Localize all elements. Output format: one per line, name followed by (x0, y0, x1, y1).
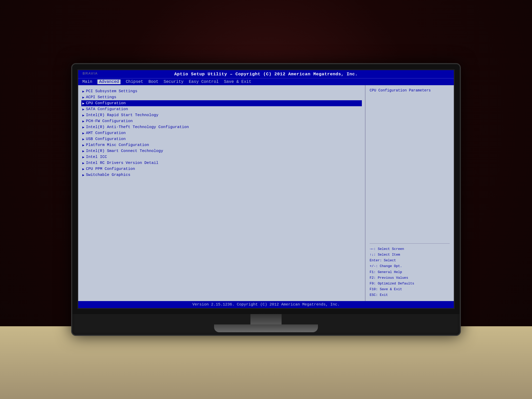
nav-boot[interactable]: Boot (148, 79, 158, 84)
nav-chipset[interactable]: Chipset (126, 79, 143, 84)
arrow-amt: ▶ (82, 131, 84, 135)
menu-item-usb[interactable]: ▶ USB Configuration (82, 136, 361, 142)
bios-left-panel: ▶ PCI Subsystem Settings ▶ ACPI Settings… (78, 85, 365, 301)
menu-item-rc-drivers[interactable]: ▶ Intel RC Drivers Version Detail (82, 160, 361, 166)
key-f10-save: F10: Save & Exit (370, 287, 450, 292)
key-esc-exit: ESC: Exit (370, 292, 450, 298)
arrow-ppm: ▶ (82, 167, 84, 171)
bios-body: ▶ PCI Subsystem Settings ▶ ACPI Settings… (78, 85, 454, 301)
arrow-rapid: ▶ (82, 113, 84, 117)
menu-item-platform[interactable]: ▶ Platform Misc Configuration (82, 142, 361, 148)
menu-item-pci[interactable]: ▶ PCI Subsystem Settings (82, 88, 361, 94)
menu-item-ppm[interactable]: ▶ CPU PPM Configuration (82, 166, 361, 172)
key-select-screen: →←: Select Screen (370, 246, 450, 252)
key-f1-help: F1: General Help (370, 269, 450, 275)
monitor-stand-neck (250, 314, 282, 324)
bios-footer-bar: Version 2.15.1236. Copyright (C) 2012 Am… (78, 301, 454, 308)
key-select-item: ↑↓: Select Item (370, 252, 450, 258)
arrow-rc: ▶ (82, 161, 84, 165)
key-change-opt: +/-: Change Opt. (370, 263, 450, 269)
nav-security[interactable]: Security (164, 79, 184, 84)
menu-item-pch-fw[interactable]: ▶ PCH-FW Configuration (82, 118, 361, 124)
bios-right-panel: CPU Configuration Parameters →←: Select … (365, 85, 454, 301)
monitor-bezel: Aptio Setup Utility – Copyright (C) 2012… (72, 64, 460, 314)
nav-easy-control[interactable]: Easy Control (189, 79, 219, 84)
arrow-sata: ▶ (82, 107, 84, 111)
arrow-usb: ▶ (82, 137, 84, 141)
right-description-text: CPU Configuration Parameters (370, 88, 450, 241)
arrow-acpi: ▶ (82, 95, 84, 99)
desk-surface (0, 326, 532, 399)
menu-item-sata[interactable]: ▶ SATA Configuration (82, 106, 361, 112)
bios-screen: Aptio Setup Utility – Copyright (C) 2012… (77, 69, 455, 309)
bios-nav-bar: Main Advanced Chipset Boot Security Easy… (78, 78, 454, 85)
monitor-brand-label: BRAVIA (83, 71, 98, 75)
arrow-cpu: ▶ (82, 101, 84, 105)
menu-item-smart-connect[interactable]: ▶ Intel(R) Smart Connect Technology (82, 148, 361, 154)
nav-save-exit[interactable]: Save & Exit (224, 79, 251, 84)
arrow-platform: ▶ (82, 143, 84, 147)
menu-item-switchable[interactable]: ▶ Switchable Graphics (82, 172, 361, 178)
monitor-stand-base (214, 324, 318, 332)
key-f9-opt: F9: Optimized Defaults (370, 281, 450, 287)
key-enter-select: Enter: Select (370, 258, 450, 263)
monitor: BRAVIA Aptio Setup Utility – Copyright (… (71, 63, 461, 336)
menu-item-acpi[interactable]: ▶ ACPI Settings (82, 94, 361, 100)
right-divider (370, 243, 450, 244)
nav-advanced[interactable]: Advanced (97, 79, 121, 84)
menu-item-anti-theft[interactable]: ▶ Intel(R) Anti-Theft Technology Configu… (82, 124, 361, 130)
bios-title-text: Aptio Setup Utility – Copyright (C) 2012… (174, 72, 358, 77)
menu-item-icc[interactable]: ▶ Intel ICC (82, 154, 361, 160)
key-help-section: →←: Select Screen ↑↓: Select Item Enter:… (370, 246, 450, 298)
menu-item-amt[interactable]: ▶ AMT Configuration (82, 130, 361, 136)
arrow-smart: ▶ (82, 149, 84, 153)
key-f2-prev: F2: Previous Values (370, 275, 450, 281)
arrow-switchable: ▶ (82, 173, 84, 177)
bios-footer-text: Version 2.15.1236. Copyright (C) 2012 Am… (192, 302, 340, 307)
nav-main[interactable]: Main (82, 79, 92, 84)
menu-item-rapid-start[interactable]: ▶ Intel(R) Rapid Start Technology (82, 112, 361, 118)
menu-item-cpu-config[interactable]: ▶ CPU Configuration (81, 100, 362, 106)
arrow-icc: ▶ (82, 155, 84, 159)
bios-title-bar: Aptio Setup Utility – Copyright (C) 2012… (78, 70, 454, 78)
arrow-pch: ▶ (82, 119, 84, 123)
arrow-theft: ▶ (82, 125, 84, 129)
arrow-pci: ▶ (82, 89, 84, 94)
